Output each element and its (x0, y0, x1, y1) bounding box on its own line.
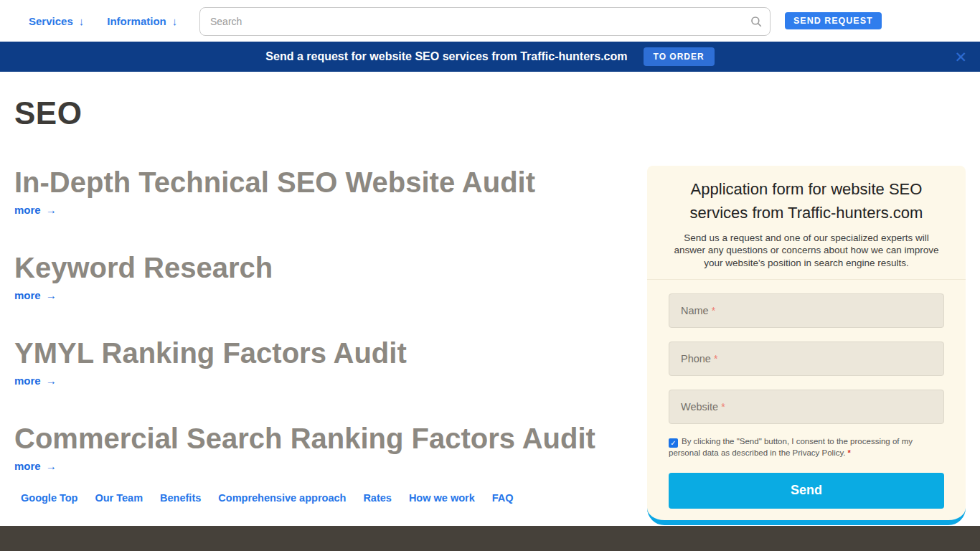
application-form-card: Application form for website SEO service… (647, 166, 966, 525)
required-asterisk: * (721, 401, 725, 413)
required-asterisk: * (848, 448, 851, 457)
name-field[interactable]: Name * (669, 293, 944, 328)
page-footer (0, 526, 980, 551)
more-link[interactable]: more → (14, 289, 57, 301)
required-asterisk: * (712, 305, 715, 316)
service-section-commercial-audit: Commercial Search Ranking Factors Audit … (14, 423, 646, 473)
nav-item-information[interactable]: Information ↓ (107, 15, 177, 27)
consent-checkbox[interactable]: ✓ (669, 438, 678, 448)
top-header: Services ↓ Information ↓ SEND REQUEST (0, 0, 980, 42)
consent-row: ✓By clicking the "Send" button, I consen… (669, 436, 944, 458)
search-input[interactable] (200, 16, 743, 27)
more-label: more (14, 204, 41, 216)
promo-banner: Send a request for website SEO services … (0, 42, 980, 72)
nav-services-label: Services (29, 15, 73, 27)
nav-information-label: Information (107, 15, 166, 27)
link-how-we-work[interactable]: How we work (409, 492, 475, 504)
more-link[interactable]: more → (14, 204, 57, 216)
more-link[interactable]: more → (14, 460, 57, 472)
arrow-right-icon: → (46, 375, 57, 387)
to-order-button[interactable]: TO ORDER (644, 47, 715, 66)
link-benefits[interactable]: Benefits (160, 492, 201, 504)
required-asterisk: * (714, 353, 717, 364)
link-google-top[interactable]: Google Top (21, 492, 77, 504)
consent-text: By clicking the "Send" button, I consent… (669, 437, 913, 457)
nav-item-services[interactable]: Services ↓ (29, 15, 84, 27)
name-field-label: Name (681, 305, 709, 316)
arrow-right-icon: → (46, 289, 57, 301)
phone-field-label: Phone (681, 353, 711, 364)
send-button[interactable]: Send (669, 473, 944, 509)
form-divider (647, 279, 966, 280)
section-links-bar: Google Top Our Team Benefits Comprehensi… (21, 492, 514, 504)
service-section-technical-audit: In-Depth Technical SEO Website Audit mor… (14, 166, 646, 217)
form-title: Application form for website SEO service… (669, 177, 944, 225)
website-field[interactable]: Website * (669, 390, 944, 424)
link-faq[interactable]: FAQ (492, 492, 514, 504)
chevron-down-icon: ↓ (172, 15, 178, 27)
main-nav: Services ↓ Information ↓ (29, 0, 177, 42)
more-label: more (14, 375, 41, 387)
arrow-right-icon: → (46, 460, 57, 472)
form-description: Send us a request and one of our special… (669, 232, 944, 269)
page-title: SEO (14, 95, 980, 131)
more-label: more (14, 460, 41, 472)
chevron-down-icon: ↓ (79, 15, 85, 27)
send-request-button[interactable]: SEND REQUEST (785, 12, 882, 29)
search-icon[interactable] (743, 15, 770, 28)
promo-banner-text: Send a request for website SEO services … (265, 50, 627, 63)
service-section-keyword-research: Keyword Research more → (14, 252, 646, 302)
service-title: Keyword Research (14, 252, 646, 283)
more-link[interactable]: more → (14, 375, 57, 387)
phone-field[interactable]: Phone * (669, 342, 944, 376)
more-label: more (14, 289, 41, 301)
link-comprehensive-approach[interactable]: Comprehensive approach (218, 492, 346, 504)
search-box[interactable] (199, 7, 771, 36)
arrow-right-icon: → (46, 204, 57, 216)
service-title: In-Depth Technical SEO Website Audit (14, 166, 646, 198)
service-section-ymyl-audit: YMYL Ranking Factors Audit more → (14, 337, 646, 387)
link-our-team[interactable]: Our Team (95, 492, 143, 504)
service-title: Commercial Search Ranking Factors Audit (14, 423, 646, 454)
link-rates[interactable]: Rates (363, 492, 392, 504)
website-field-label: Website (681, 401, 718, 413)
main-content: SEO In-Depth Technical SEO Website Audit… (0, 72, 980, 486)
close-icon[interactable]: ✕ (954, 50, 967, 65)
service-title: YMYL Ranking Factors Audit (14, 337, 646, 369)
